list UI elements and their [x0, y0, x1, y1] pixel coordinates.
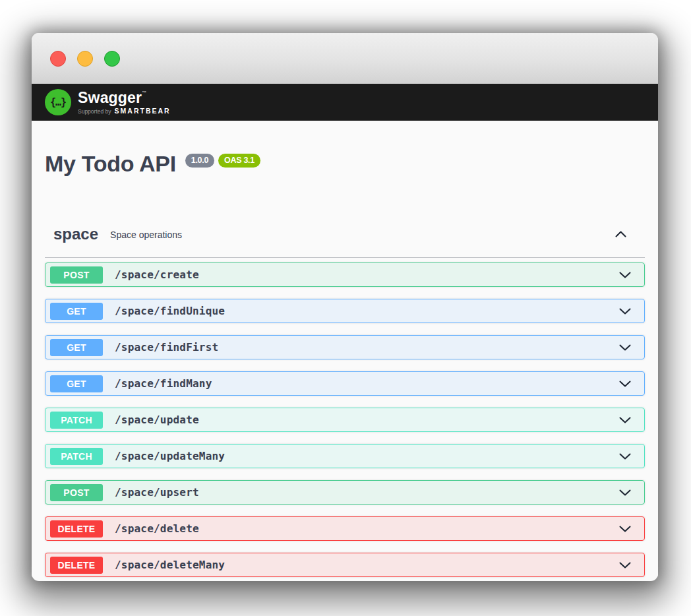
app-window: {…} Swagger™ Supported by SMARTBEAR My T…	[32, 33, 658, 581]
oas-version-badge: OAS 3.1	[218, 154, 260, 168]
method-badge: DELETE	[50, 557, 103, 574]
tag-description: Space operations	[110, 230, 182, 240]
smartbear-label: SMARTBEAR	[115, 108, 171, 115]
operation-row[interactable]: DELETE/space/delete	[45, 516, 645, 541]
tag-name: space	[53, 225, 98, 243]
expand-operation-icon[interactable]	[619, 526, 631, 532]
swagger-logo-subtitle: Supported by SMARTBEAR	[78, 108, 171, 115]
swagger-logo-glyph: {…}	[50, 96, 66, 108]
method-badge: GET	[50, 375, 103, 392]
expand-operation-icon[interactable]	[619, 272, 631, 278]
method-badge: POST	[50, 266, 103, 284]
operation-row[interactable]: GET/space/findMany	[45, 371, 645, 396]
operation-path: /space/delete	[115, 522, 199, 535]
swagger-logo-wordmark: Swagger™ Supported by SMARTBEAR	[78, 90, 171, 115]
operation-path: /space/upsert	[115, 486, 199, 499]
operation-path: /space/findUnique	[115, 305, 225, 317]
method-badge: PATCH	[50, 412, 103, 429]
method-badge: PATCH	[50, 448, 103, 465]
operation-path: /space/create	[115, 268, 199, 281]
swagger-topbar: {…} Swagger™ Supported by SMARTBEAR	[32, 84, 658, 121]
expand-operation-icon[interactable]	[619, 381, 631, 387]
supported-by-label: Supported by	[78, 109, 111, 115]
operation-path: /space/update	[115, 414, 199, 426]
expand-operation-icon[interactable]	[619, 489, 631, 496]
method-badge: DELETE	[50, 520, 103, 538]
expand-operation-icon[interactable]	[619, 308, 631, 315]
operations-list: POST/space/createGET/space/findUniqueGET…	[45, 262, 645, 577]
trademark-symbol: ™	[142, 90, 146, 95]
api-title-row: My Todo API 1.0.0 OAS 3.1	[45, 152, 645, 176]
minimize-window-button[interactable]	[77, 51, 93, 67]
window-titlebar	[32, 33, 658, 84]
section-divider	[45, 257, 645, 258]
tag-section-header[interactable]: space Space operations	[45, 225, 645, 243]
operation-path: /space/deleteMany	[115, 559, 225, 571]
method-badge: GET	[50, 339, 103, 356]
swagger-logo-icon: {…}	[45, 89, 71, 115]
operation-path: /space/updateMany	[115, 450, 225, 462]
operation-row[interactable]: PATCH/space/update	[45, 408, 645, 432]
method-badge: GET	[50, 303, 103, 320]
operation-path: /space/findMany	[115, 377, 212, 390]
operation-row[interactable]: DELETE/space/deleteMany	[45, 553, 645, 577]
operation-row[interactable]: PATCH/space/updateMany	[45, 444, 645, 468]
expand-operation-icon[interactable]	[619, 562, 631, 569]
expand-operation-icon[interactable]	[619, 344, 631, 351]
swagger-logo-text: Swagger™	[78, 90, 171, 106]
swagger-logo-link[interactable]: {…} Swagger™ Supported by SMARTBEAR	[45, 89, 171, 115]
operation-row[interactable]: POST/space/create	[45, 262, 645, 287]
zoom-window-button[interactable]	[104, 51, 120, 67]
operation-row[interactable]: GET/space/findFirst	[45, 335, 645, 359]
version-badge: 1.0.0	[185, 154, 214, 168]
api-title: My Todo API	[45, 152, 176, 176]
swagger-content: My Todo API 1.0.0 OAS 3.1 space Space op…	[32, 121, 658, 577]
expand-operation-icon[interactable]	[619, 453, 631, 460]
collapse-section-icon[interactable]	[615, 231, 626, 237]
operation-row[interactable]: GET/space/findUnique	[45, 299, 645, 323]
method-badge: POST	[50, 484, 103, 501]
operation-path: /space/findFirst	[115, 341, 218, 354]
close-window-button[interactable]	[50, 51, 66, 67]
operation-row[interactable]: POST/space/upsert	[45, 480, 645, 505]
expand-operation-icon[interactable]	[619, 417, 631, 423]
